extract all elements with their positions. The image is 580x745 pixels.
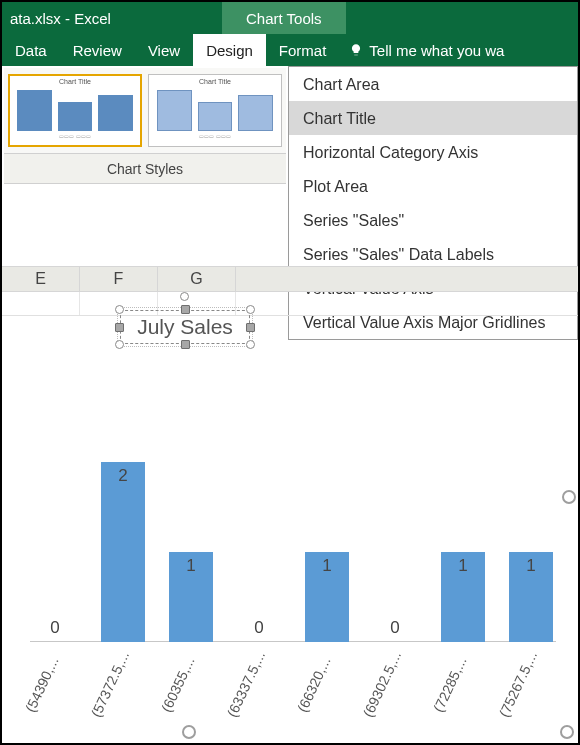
- dd-horizontal-category-axis[interactable]: Horizontal Category Axis: [289, 135, 577, 169]
- lightbulb-icon: [349, 43, 363, 57]
- ribbon-tabs: Data Review View Design Format Tell me w…: [2, 34, 578, 66]
- resize-handle-n[interactable]: [181, 305, 190, 314]
- x-tick-label: (54390,...: [20, 649, 64, 719]
- x-tick-label: (66320,...: [292, 649, 336, 719]
- selection-outline: [120, 310, 250, 344]
- dd-plot-area[interactable]: Plot Area: [289, 169, 577, 203]
- x-tick-label: (63337.5,...: [224, 649, 268, 719]
- dd-chart-area[interactable]: Chart Area: [289, 67, 577, 101]
- data-label: 1: [526, 556, 535, 576]
- data-label: 1: [458, 556, 467, 576]
- tell-me-text: Tell me what you wa: [369, 42, 504, 59]
- resize-handle-ne[interactable]: [246, 305, 255, 314]
- bar-4[interactable]: 1(66320,...: [302, 552, 352, 642]
- bar-7[interactable]: 1(75267.5,...: [506, 552, 556, 642]
- data-label: 1: [322, 556, 331, 576]
- window-title: ata.xlsx - Excel: [2, 2, 222, 34]
- data-label: 1: [186, 556, 195, 576]
- resize-handle-se[interactable]: [246, 340, 255, 349]
- x-tick-label: (72285,...: [428, 649, 472, 719]
- data-label: 0: [390, 618, 399, 638]
- chart-styles-label[interactable]: Chart Styles: [4, 154, 286, 184]
- x-tick-label: (60355,...: [156, 649, 200, 719]
- bar-rect[interactable]: [101, 462, 145, 642]
- x-tick-label: (57372.5,...: [88, 649, 132, 719]
- tab-format[interactable]: Format: [266, 34, 340, 66]
- resize-handle-w[interactable]: [115, 323, 124, 332]
- tab-review[interactable]: Review: [60, 34, 135, 66]
- col-header-g[interactable]: G: [158, 266, 236, 292]
- x-tick-label: (75267.5,...: [496, 649, 540, 719]
- chart-handle-se[interactable]: [560, 725, 574, 739]
- resize-handle-s[interactable]: [181, 340, 190, 349]
- dd-series-sales[interactable]: Series "Sales": [289, 203, 577, 237]
- column-headers: E F G: [2, 266, 578, 292]
- title-top-handle[interactable]: [180, 292, 189, 301]
- chart-style-thumb-2[interactable]: Chart Title ▭▭▭ ▭▭▭: [148, 74, 282, 147]
- resize-handle-e[interactable]: [246, 323, 255, 332]
- dd-chart-title[interactable]: Chart Title: [289, 101, 577, 135]
- plot-area[interactable]: 0(54390,...2(57372.5,...1(60355,...0(633…: [30, 382, 556, 642]
- tell-me-box[interactable]: Tell me what you wa: [339, 34, 504, 66]
- col-header-f[interactable]: F: [80, 266, 158, 292]
- data-label: 0: [254, 618, 263, 638]
- data-label: 0: [50, 618, 59, 638]
- chart-styles-gallery: Chart Title ▭▭▭ ▭▭▭ Chart Title ▭▭▭ ▭▭▭ …: [4, 68, 286, 184]
- chart-title-box[interactable]: July Sales: [120, 310, 250, 344]
- resize-handle-nw[interactable]: [115, 305, 124, 314]
- x-tick-label: (69302.5,...: [360, 649, 404, 719]
- bar-2[interactable]: 1(60355,...: [166, 552, 216, 642]
- tab-view[interactable]: View: [135, 34, 193, 66]
- tab-design[interactable]: Design: [193, 34, 266, 66]
- chart-handle-e[interactable]: [562, 490, 576, 504]
- title-bar: ata.xlsx - Excel Chart Tools: [2, 2, 578, 34]
- contextual-tab-label: Chart Tools: [222, 2, 346, 34]
- resize-handle-sw[interactable]: [115, 340, 124, 349]
- bar-1[interactable]: 2(57372.5,...: [98, 462, 148, 642]
- tab-data[interactable]: Data: [2, 34, 60, 66]
- chart-style-thumb-1[interactable]: Chart Title ▭▭▭ ▭▭▭: [8, 74, 142, 147]
- data-label: 2: [118, 466, 127, 486]
- col-header-e[interactable]: E: [2, 266, 80, 292]
- embedded-chart[interactable]: July Sales 0(54390,...2(57372.5,...1(603…: [12, 302, 566, 731]
- bar-6[interactable]: 1(72285,...: [438, 552, 488, 642]
- chart-handle-s[interactable]: [182, 725, 196, 739]
